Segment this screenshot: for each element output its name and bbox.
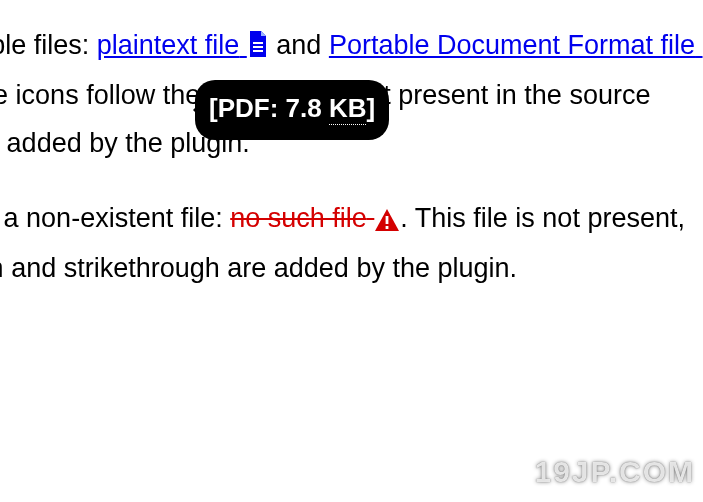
svg-rect-1 <box>386 226 389 229</box>
warning-icon <box>374 198 400 245</box>
text: and <box>276 30 329 60</box>
link-broken-file[interactable]: no such file <box>230 203 400 233</box>
link-label: plaintext file <box>97 30 240 60</box>
tooltip-file-info: [PDF: 7.8 KB] <box>195 80 389 140</box>
text: Here is a link to a non-existent file: <box>0 203 230 233</box>
tooltip-bracket-open: [ <box>209 93 218 123</box>
svg-rect-0 <box>386 216 389 224</box>
tooltip-bracket-close: ] <box>366 93 375 123</box>
link-pdf-file[interactable]: Portable Document Format file <box>329 30 703 60</box>
link-plaintext-file[interactable]: plaintext file <box>97 30 269 60</box>
paragraph-broken-link: Here is a link to a non-existent file: n… <box>0 195 703 293</box>
tooltip-size-unit: KB <box>329 93 367 125</box>
tooltip-text: PDF: 7.8 <box>218 93 329 123</box>
link-label: Portable Document Format file <box>329 30 695 60</box>
document-icon <box>247 25 269 72</box>
watermark: 19JP.COM <box>534 446 695 499</box>
text: two downloadable files: <box>0 30 97 60</box>
link-label: no such file <box>230 203 367 233</box>
